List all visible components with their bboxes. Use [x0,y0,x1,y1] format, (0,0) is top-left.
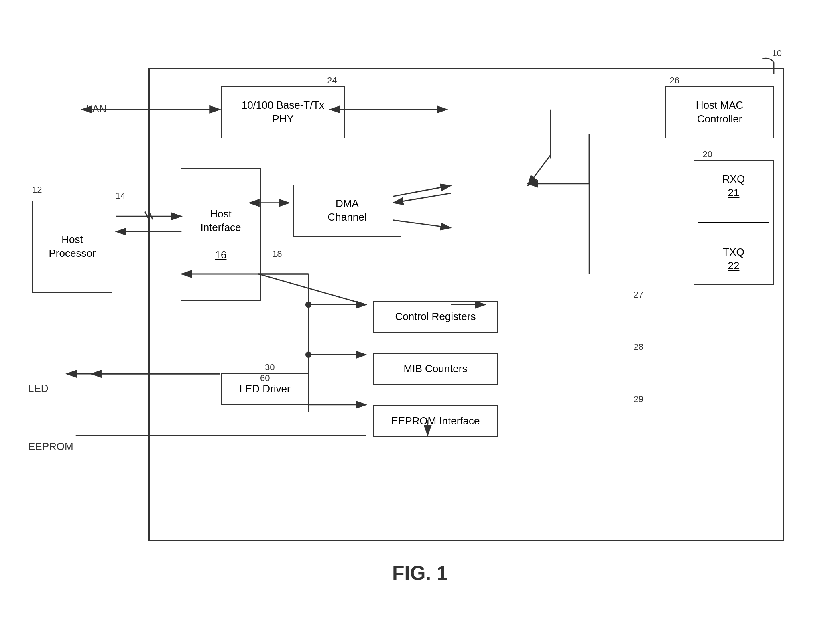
ref-30: 30 [265,362,275,373]
led-label: LED [28,382,49,395]
control-registers-label: Control Registers [395,310,476,324]
ref-26: 26 [670,75,679,86]
rxtq-box: RXQ 21 TXQ 22 [694,160,774,285]
txq-section: TXQ 22 [723,245,744,273]
ref-10: 10 [772,48,782,59]
ref-27: 27 [634,290,643,300]
phy-block: 10/100 Base-T/TxPHY [221,86,345,138]
host-interface-label: HostInterface [200,207,241,235]
diagram-container: 10 HostProcessor 12 10/100 Base-T/TxPHY … [24,24,816,597]
control-registers-block: Control Registers [373,301,498,333]
host-mac-label: Host MACController [696,99,743,126]
eeprom-label: EEPROM [28,440,73,453]
lan-label: LAN [86,103,107,115]
mib-counters-label: MIB Counters [404,362,468,376]
fig-title: FIG. 1 [392,562,448,585]
ref-28: 28 [634,342,643,352]
ref-12: 12 [32,185,42,195]
led-driver-label: LED Driver [239,382,290,396]
phy-label: 10/100 Base-T/TxPHY [242,99,325,126]
host-processor-block: HostProcessor [32,201,112,293]
rxq-section: RXQ 21 [722,172,745,200]
host-processor-label: HostProcessor [49,233,96,260]
eeprom-interface-label: EEPROM Interface [391,414,480,428]
ref-14: 14 [116,191,125,201]
host-interface-ref: 16 [215,248,227,262]
txq-ref: 22 [723,259,744,273]
ref-18: 18 [272,249,282,259]
eeprom-interface-block: EEPROM Interface [373,405,498,437]
mib-counters-block: MIB Counters [373,353,498,385]
rxq-ref: 21 [722,186,745,200]
ref-29: 29 [634,394,643,404]
ref-20: 20 [703,149,712,160]
ref-60: 60 [260,373,270,383]
rxq-label: RXQ [722,172,745,186]
ref-24: 24 [327,75,337,86]
txq-label: TXQ [723,245,744,259]
host-interface-block: HostInterface 16 [181,168,261,301]
dma-block: DMAChannel [293,185,401,237]
dma-label: DMAChannel [328,197,367,224]
host-mac-block: Host MACController [665,86,774,138]
